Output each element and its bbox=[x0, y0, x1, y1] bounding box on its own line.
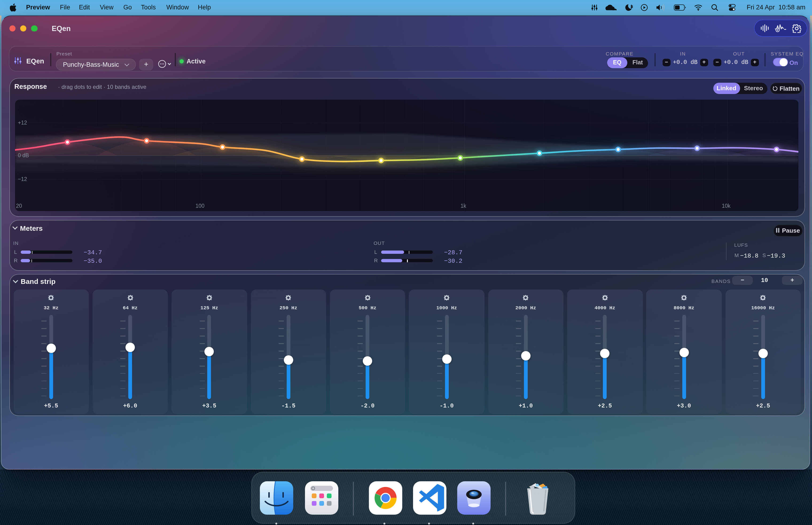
svg-text:20: 20 bbox=[16, 202, 22, 209]
svg-text:1k: 1k bbox=[460, 202, 466, 209]
svg-text:+12: +12 bbox=[18, 119, 27, 125]
svg-text:10k: 10k bbox=[722, 202, 731, 209]
svg-text:−12: −12 bbox=[18, 176, 27, 182]
svg-text:0 dB: 0 dB bbox=[18, 152, 29, 158]
svg-text:100: 100 bbox=[195, 202, 204, 209]
